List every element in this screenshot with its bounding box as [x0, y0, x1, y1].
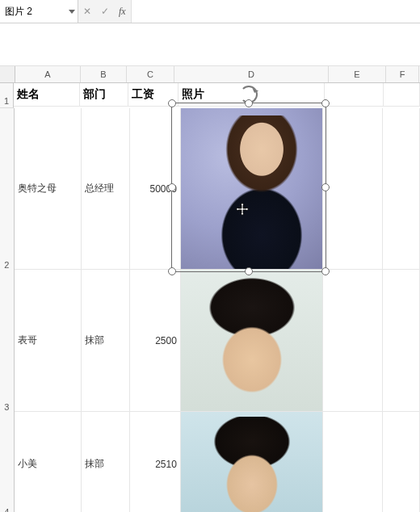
col-header-F[interactable]: F — [386, 66, 419, 82]
col-header-E[interactable]: E — [329, 66, 386, 82]
row-header[interactable]: 2 — [0, 108, 15, 272]
row-header[interactable]: 3 — [0, 270, 15, 414]
cell-salary[interactable]: 2510 — [130, 412, 181, 512]
row-header-1[interactable]: 1 — [0, 83, 14, 108]
cell-name[interactable]: 小美 — [15, 412, 82, 512]
cell[interactable] — [323, 412, 383, 512]
photo-image[interactable] — [181, 108, 323, 269]
table-row: 2奥特之母总经理50000 — [0, 108, 420, 270]
col-header-D[interactable]: D — [174, 66, 329, 82]
select-all-corner[interactable] — [0, 66, 15, 82]
cell[interactable] — [383, 412, 420, 512]
col-header-B[interactable]: B — [81, 66, 127, 82]
cell[interactable] — [323, 108, 383, 270]
sheet-grid[interactable]: 1 姓名 部门 工资 照片 2奥特之母总经理500003表哥抹部25004小美抹… — [0, 83, 420, 512]
cell-dept[interactable]: 总经理 — [82, 108, 131, 270]
cell-header-name[interactable]: 姓名 — [14, 83, 80, 107]
formula-input[interactable] — [131, 0, 420, 23]
name-box-dropdown[interactable] — [66, 0, 78, 23]
col-header-A[interactable]: A — [15, 66, 81, 82]
cell-salary[interactable]: 2500 — [130, 270, 181, 412]
table-row: 1 姓名 部门 工资 照片 — [0, 83, 420, 108]
photo-image[interactable] — [181, 270, 323, 411]
photo-image[interactable] — [181, 412, 323, 512]
formula-bar: ✕ ✓ fx — [0, 0, 420, 23]
table-row: 4小美抹部2510 — [0, 412, 420, 512]
cell[interactable] — [323, 270, 383, 412]
cell-photo[interactable] — [181, 270, 324, 412]
cell-salary[interactable]: 50000 — [130, 108, 181, 270]
formula-controls: ✕ ✓ fx — [78, 0, 131, 23]
cell[interactable] — [325, 83, 384, 107]
cell[interactable] — [384, 83, 420, 107]
cell[interactable] — [383, 270, 420, 412]
cell-name[interactable]: 表哥 — [15, 270, 82, 412]
table-row: 3表哥抹部2500 — [0, 270, 420, 412]
cell-name[interactable]: 奥特之母 — [15, 108, 82, 270]
row-header[interactable]: 4 — [0, 412, 15, 512]
cell-header-photo[interactable]: 照片 — [178, 83, 326, 107]
cell-dept[interactable]: 抹部 — [82, 412, 131, 512]
column-headers: A B C D E F — [0, 66, 420, 83]
col-header-C[interactable]: C — [127, 66, 174, 82]
ribbon-collapsed-area — [0, 23, 420, 66]
cell-photo[interactable] — [181, 108, 324, 270]
name-box-input[interactable] — [0, 6, 66, 17]
cell[interactable] — [383, 108, 420, 270]
cell-dept[interactable]: 抹部 — [82, 270, 131, 412]
cell-header-dept[interactable]: 部门 — [80, 83, 128, 107]
cell-header-salary[interactable]: 工资 — [128, 83, 178, 107]
cancel-icon[interactable]: ✕ — [83, 6, 91, 17]
name-box[interactable] — [0, 0, 78, 23]
fx-icon[interactable]: fx — [119, 6, 126, 18]
cell-photo[interactable] — [181, 412, 324, 512]
confirm-icon[interactable]: ✓ — [101, 6, 109, 17]
